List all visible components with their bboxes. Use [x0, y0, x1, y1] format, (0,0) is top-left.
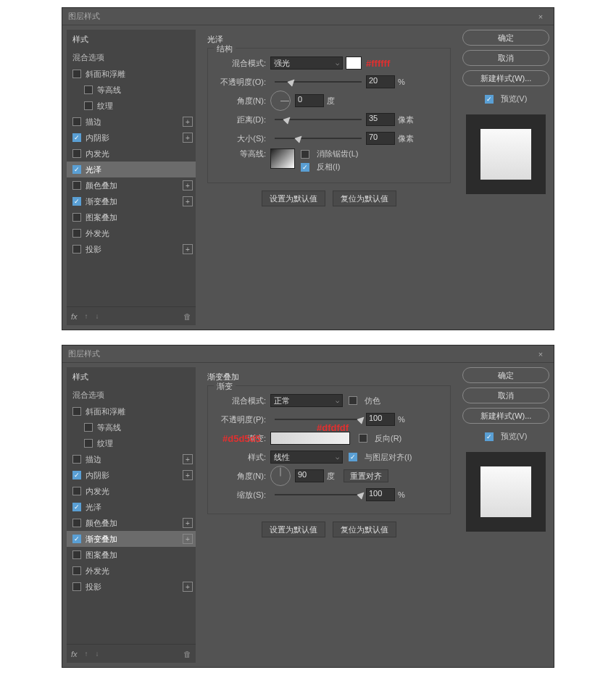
- style-checkbox[interactable]: [72, 519, 81, 527]
- sidebar-header[interactable]: 样式: [67, 367, 196, 387]
- plus-icon[interactable]: +: [183, 180, 193, 190]
- invert-checkbox[interactable]: [301, 163, 309, 172]
- titlebar[interactable]: 图层样式 ×: [62, 8, 554, 25]
- style-checkbox[interactable]: [72, 550, 81, 559]
- reset-default-button[interactable]: 复位为默认值: [333, 190, 396, 206]
- plus-icon[interactable]: +: [183, 133, 193, 143]
- align-checkbox[interactable]: [349, 453, 357, 461]
- style-checkbox[interactable]: [84, 101, 93, 110]
- style-row-内发光[interactable]: 内发光: [67, 146, 196, 162]
- style-checkbox[interactable]: [84, 85, 93, 94]
- style-row-等高线[interactable]: 等高线: [67, 419, 196, 435]
- distance-input[interactable]: 35: [366, 113, 395, 126]
- plus-icon[interactable]: +: [183, 244, 193, 254]
- style-checkbox[interactable]: [72, 535, 81, 543]
- style-row-图案叠加[interactable]: 图案叠加: [67, 547, 196, 563]
- cancel-button[interactable]: 取消: [462, 50, 549, 66]
- contour-picker[interactable]: [270, 148, 295, 169]
- fx-icon[interactable]: fx: [71, 650, 78, 658]
- plus-icon[interactable]: +: [183, 470, 193, 480]
- style-checkbox[interactable]: [72, 70, 81, 78]
- color-swatch[interactable]: [346, 56, 362, 70]
- down-arrow-icon[interactable]: ↓: [96, 650, 99, 658]
- gradient-picker[interactable]: [270, 432, 350, 445]
- style-row-描边[interactable]: 描边+: [67, 114, 196, 130]
- sidebar-header[interactable]: 样式: [67, 30, 196, 49]
- distance-slider[interactable]: [275, 119, 362, 120]
- style-row-渐变叠加[interactable]: 渐变叠加+: [67, 193, 196, 209]
- style-checkbox[interactable]: [72, 455, 81, 464]
- blending-options[interactable]: 混合选项: [67, 49, 196, 66]
- style-checkbox[interactable]: [72, 582, 81, 591]
- style-checkbox[interactable]: [84, 423, 93, 432]
- opacity-slider[interactable]: [275, 419, 362, 420]
- new-style-button[interactable]: 新建样式(W)...: [462, 70, 549, 86]
- size-slider[interactable]: [275, 138, 362, 139]
- style-row-斜面和浮雕[interactable]: 斜面和浮雕: [67, 403, 196, 419]
- style-row-外发光[interactable]: 外发光: [67, 563, 196, 579]
- trash-icon[interactable]: 🗑: [183, 650, 191, 658]
- angle-dial[interactable]: [270, 466, 291, 486]
- dither-checkbox[interactable]: [349, 396, 357, 405]
- style-checkbox[interactable]: [72, 566, 81, 575]
- reset-align-button[interactable]: 重置对齐: [344, 469, 388, 482]
- close-icon[interactable]: ×: [533, 12, 548, 21]
- style-row-纹理[interactable]: 纹理: [67, 435, 196, 451]
- ok-button[interactable]: 确定: [462, 30, 549, 46]
- style-row-斜面和浮雕[interactable]: 斜面和浮雕: [67, 66, 196, 82]
- opacity-slider[interactable]: [275, 81, 362, 83]
- blend-mode-select[interactable]: 正常: [270, 394, 343, 407]
- up-arrow-icon[interactable]: ↑: [85, 312, 88, 320]
- down-arrow-icon[interactable]: ↓: [96, 312, 99, 320]
- style-row-内阴影[interactable]: 内阴影+: [67, 130, 196, 146]
- style-row-光泽[interactable]: 光泽: [67, 162, 196, 177]
- angle-input[interactable]: 90: [295, 469, 324, 482]
- new-style-button[interactable]: 新建样式(W)...: [462, 408, 549, 424]
- style-checkbox[interactable]: [72, 503, 81, 511]
- opacity-input[interactable]: 100: [366, 413, 395, 426]
- angle-dial[interactable]: [270, 91, 291, 111]
- style-row-光泽[interactable]: 光泽: [67, 499, 196, 515]
- style-checkbox[interactable]: [72, 149, 81, 158]
- style-checkbox[interactable]: [72, 181, 81, 190]
- anti-alias-checkbox[interactable]: [301, 150, 309, 159]
- style-checkbox[interactable]: [72, 229, 81, 238]
- style-checkbox[interactable]: [72, 487, 81, 495]
- set-default-button[interactable]: 设置为默认值: [262, 190, 325, 206]
- titlebar[interactable]: 图层样式 ×: [62, 346, 554, 363]
- style-checkbox[interactable]: [72, 197, 81, 206]
- blending-options[interactable]: 混合选项: [67, 387, 196, 403]
- style-row-图案叠加[interactable]: 图案叠加: [67, 209, 196, 225]
- style-row-外发光[interactable]: 外发光: [67, 225, 196, 241]
- plus-icon[interactable]: +: [183, 518, 193, 528]
- plus-icon[interactable]: +: [183, 117, 193, 127]
- style-row-渐变叠加[interactable]: 渐变叠加+: [67, 531, 196, 547]
- plus-icon[interactable]: +: [183, 454, 193, 464]
- ok-button[interactable]: 确定: [462, 367, 549, 383]
- style-row-内阴影[interactable]: 内阴影+: [67, 467, 196, 483]
- scale-slider[interactable]: [275, 494, 362, 495]
- style-row-颜色叠加[interactable]: 颜色叠加+: [67, 177, 196, 193]
- plus-icon[interactable]: +: [183, 582, 193, 592]
- style-row-投影[interactable]: 投影+: [67, 241, 196, 257]
- scale-input[interactable]: 100: [366, 488, 395, 501]
- style-checkbox[interactable]: [84, 439, 93, 448]
- style-checkbox[interactable]: [72, 213, 81, 222]
- style-row-描边[interactable]: 描边+: [67, 451, 196, 467]
- style-select[interactable]: 线性: [270, 451, 343, 464]
- style-row-纹理[interactable]: 纹理: [67, 98, 196, 114]
- opacity-input[interactable]: 20: [366, 75, 395, 88]
- cancel-button[interactable]: 取消: [462, 388, 549, 403]
- style-checkbox[interactable]: [72, 165, 81, 174]
- preview-checkbox[interactable]: [485, 95, 494, 104]
- preview-checkbox[interactable]: [485, 432, 494, 441]
- blend-mode-select[interactable]: 强光: [270, 56, 343, 70]
- style-row-内发光[interactable]: 内发光: [67, 483, 196, 499]
- close-icon[interactable]: ×: [533, 350, 548, 359]
- fx-icon[interactable]: fx: [71, 312, 78, 321]
- trash-icon[interactable]: 🗑: [183, 312, 191, 321]
- style-checkbox[interactable]: [72, 117, 81, 126]
- style-checkbox[interactable]: [72, 407, 81, 416]
- size-input[interactable]: 70: [366, 132, 395, 145]
- up-arrow-icon[interactable]: ↑: [85, 650, 88, 658]
